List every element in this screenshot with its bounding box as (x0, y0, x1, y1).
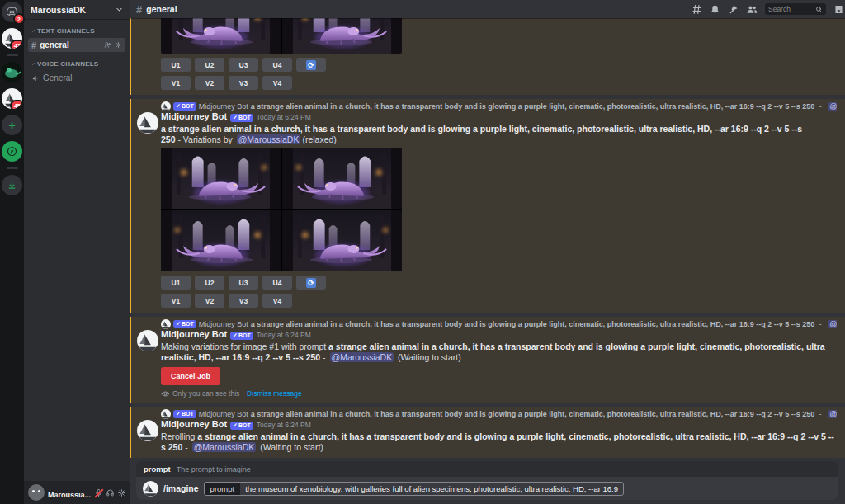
upscale-button-u3[interactable]: U3 (229, 58, 258, 72)
midjourney-image-grid[interactable] (161, 18, 402, 54)
message-text: Making variations for image #1 with prom… (161, 341, 837, 363)
server-rail: 2 42 45 + (0, 0, 24, 504)
upscale-button-u3[interactable]: U3 (229, 276, 258, 290)
bot-avatar[interactable] (137, 420, 158, 441)
message-input[interactable]: /imagine prompt the museum of xenobiolog… (136, 477, 838, 500)
cancel-job-button[interactable]: Cancel Job (161, 367, 220, 385)
message-rerolling: ✓BOT Midjourney Bot a strange alien anim… (130, 407, 845, 458)
reroll-icon: ⟳ (306, 60, 316, 70)
reply-avatar (161, 409, 171, 419)
message-author[interactable]: Midjourney Bot (161, 419, 227, 429)
message-making-variations: ✓BOT Midjourney Bot a strange alien anim… (130, 317, 845, 403)
create-channel-icon[interactable] (116, 27, 124, 35)
message-list: U1 U2 U3 U4 ⟳ V1 V2 V3 V4 (130, 18, 845, 461)
variation-button-v1[interactable]: V1 (161, 294, 191, 308)
chat-header: # general (130, 0, 845, 18)
variation-button-v3[interactable]: V3 (229, 294, 258, 308)
section-chevron-icon (30, 61, 35, 67)
search-input[interactable] (768, 5, 813, 13)
reply-reference[interactable]: ✓BOT Midjourney Bot a strange alien anim… (161, 408, 837, 419)
threads-icon[interactable] (692, 4, 702, 15)
server-icon-3[interactable]: 45 (2, 88, 22, 109)
autocomplete-option-name: prompt (144, 464, 171, 473)
reply-author: Midjourney Bot (199, 410, 248, 418)
channel-general-voice[interactable]: General (28, 71, 125, 85)
channel-settings-gear-icon[interactable] (115, 41, 122, 49)
inbox-icon[interactable] (833, 4, 844, 15)
reroll-button[interactable]: ⟳ (296, 58, 326, 72)
server-icon-2[interactable] (2, 62, 22, 82)
guild-name: MaroussiaDK (31, 5, 86, 15)
explore-servers-button[interactable] (2, 141, 22, 162)
slash-command-autocomplete[interactable]: prompt The prompt to imagine (136, 461, 838, 477)
mention-pill[interactable]: @MaroussiaDK (330, 352, 394, 362)
variation-button-v2[interactable]: V2 (195, 76, 224, 90)
variation-button-v1[interactable]: V1 (161, 76, 191, 90)
search-box[interactable] (765, 3, 826, 15)
autocomplete-option-description: The prompt to imagine (177, 465, 251, 473)
option-value-text[interactable]: the museum of xenobiology, with gallerie… (240, 483, 623, 495)
bot-badge: ✓BOT (173, 102, 196, 111)
home-button[interactable]: 2 (2, 2, 22, 22)
reroll-icon: ⟳ (306, 278, 316, 288)
user-avatar[interactable] (28, 484, 45, 501)
upscale-button-u2[interactable]: U2 (195, 276, 224, 290)
create-channel-icon[interactable] (116, 60, 124, 68)
midjourney-image-grid[interactable] (161, 148, 402, 271)
upscale-button-u1[interactable]: U1 (161, 276, 191, 290)
dismiss-message-link[interactable]: Dismiss message (247, 389, 302, 398)
rail-divider (7, 54, 18, 56)
text-channels-label: TEXT CHANNELS (37, 27, 116, 35)
reply-reference[interactable]: ✓BOT Midjourney Bot a strange alien anim… (161, 101, 837, 111)
upscale-button-u2[interactable]: U2 (195, 58, 224, 72)
variation-button-v4[interactable]: V4 (262, 76, 292, 90)
reply-content: a strange alien animal in a church, it h… (251, 410, 815, 418)
bot-badge: ✓BOT (230, 114, 253, 122)
text-channels-header[interactable]: TEXT CHANNELS (28, 26, 125, 36)
user-settings-gear-button[interactable] (117, 488, 126, 497)
channel-name: general (40, 40, 101, 49)
command-option[interactable]: prompt the museum of xenobiology, with g… (204, 482, 624, 496)
bot-badge: ✓BOT (230, 332, 253, 340)
add-server-button[interactable]: + (2, 115, 22, 135)
reply-author: Midjourney Bot (199, 320, 248, 328)
channel-sidebar: MaroussiaDK TEXT CHANNELS # general VOIC… (24, 0, 130, 504)
upscale-button-u4[interactable]: U4 (262, 58, 292, 72)
reroll-button[interactable]: ⟳ (296, 276, 326, 290)
channel-general-text[interactable]: # general (28, 38, 125, 52)
bot-avatar-small (143, 481, 158, 497)
reply-content: a strange alien animal in a church, it h… (251, 320, 815, 328)
message-author[interactable]: Midjourney Bot (161, 329, 227, 339)
mention-pill[interactable]: @MaroussiaDK (192, 442, 257, 452)
variation-button-v2[interactable]: V2 (195, 294, 224, 308)
chevron-down-icon (116, 6, 123, 13)
mute-microphone-button[interactable] (94, 488, 103, 497)
variation-button-v3[interactable]: V3 (229, 76, 258, 90)
server-icon-1[interactable]: 42 (2, 28, 22, 49)
timestamp: Today at 6:24 PM (257, 421, 311, 429)
bot-avatar[interactable] (137, 330, 158, 351)
upscale-button-u1[interactable]: U1 (161, 58, 191, 72)
mention-pill[interactable]: @MaroussiaDK (828, 102, 837, 111)
member-list-icon[interactable] (746, 4, 758, 15)
upscale-button-u4[interactable]: U4 (262, 276, 292, 290)
notifications-bell-icon[interactable] (710, 4, 720, 15)
voice-channels-header[interactable]: VOICE CHANNELS (28, 59, 125, 69)
deafen-headphones-button[interactable] (106, 488, 115, 497)
pinned-messages-icon[interactable] (728, 4, 739, 15)
download-apps-button[interactable] (2, 175, 22, 195)
bot-badge: ✓BOT (230, 422, 253, 430)
variation-button-v4[interactable]: V4 (262, 294, 292, 308)
message-author[interactable]: Midjourney Bot (161, 111, 227, 121)
mention-pill[interactable]: @MaroussiaDK (828, 320, 837, 328)
message-text: a strange alien animal in a church, it h… (161, 124, 837, 145)
reply-reference[interactable]: ✓BOT Midjourney Bot a strange alien anim… (161, 318, 837, 329)
guild-header[interactable]: MaroussiaDK (24, 0, 130, 19)
bot-avatar[interactable] (137, 112, 158, 134)
invite-people-icon[interactable] (104, 41, 111, 49)
user-panel: Maroussia... (24, 481, 130, 504)
mention-pill[interactable]: @MaroussiaDK (828, 410, 837, 418)
server-1-badge: 42 (10, 40, 22, 49)
composer: prompt The prompt to imagine /imagine pr… (130, 461, 845, 504)
mention-pill[interactable]: @MaroussiaDK (237, 134, 301, 144)
